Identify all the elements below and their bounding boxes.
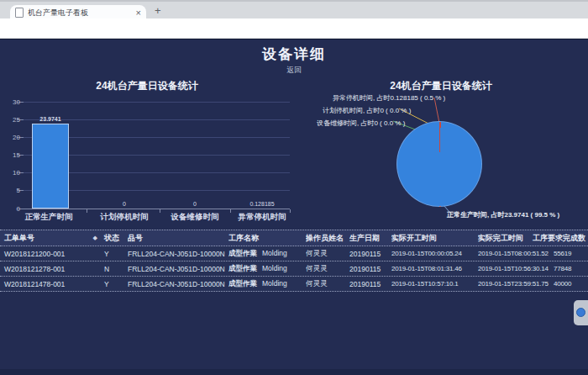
y-tick-label: 5 — [2, 187, 20, 194]
pie-label-planned-downtime: 计划停机时间, 占时0 ( 0.0 % ) — [323, 106, 411, 115]
widget-icon — [576, 308, 585, 317]
cell-process: 成型作業Molding — [228, 249, 306, 259]
header-order-no: 工单单号 ◆ — [0, 233, 101, 244]
cell-status: N — [101, 265, 128, 273]
cell-end-time: 2019-01-15T23:59:51.75 — [478, 280, 554, 288]
browser-toolbar: ← → ⟳ ⓘ 不安全 192.168.111.104 :8070/Cabine… — [0, 18, 588, 39]
cell-required-qty: 55619 — [554, 250, 588, 257]
table-row[interactable]: W2018121278-001 N FRLL204-CAN-J051D-1000… — [0, 261, 588, 277]
header-start-time: 实际开工时间 — [391, 233, 478, 244]
cell-order-no: W2018121200-001 — [0, 250, 101, 258]
cell-start-time: 2019-01-15T08:01:31.46 — [391, 265, 478, 272]
header-prod-date: 生产日期 — [349, 233, 391, 244]
bar-chart-title: 24机台产量日设备统计 — [0, 79, 294, 93]
back-link[interactable]: 返回 — [0, 65, 588, 76]
cell-process: 成型作業Molding — [228, 279, 306, 289]
tab-close-icon[interactable]: × — [136, 8, 141, 18]
x-axis — [24, 209, 290, 209]
header-operator: 操作员姓名 — [306, 233, 349, 244]
new-tab-button[interactable]: + — [155, 4, 161, 17]
cell-part-no: FRLL204-CAN-J051D-10000N — [128, 265, 228, 273]
cell-order-no: W2018121478-001 — [0, 280, 101, 288]
bar-value-label: 0.128185 — [228, 201, 296, 207]
favicon-icon — [15, 8, 24, 18]
y-tick-label: 30 — [2, 98, 20, 106]
dashboard-page: 设备详细 返回 24机台产量日设备统计 30 25 20 15 10 5 0 2… — [0, 39, 588, 375]
cell-prod-date: 20190115 — [349, 250, 391, 258]
table-header-row: 工单单号 ◆ 状态 品号 工序名称 操作员姓名 生产日期 实际开工时间 实际完工… — [0, 230, 588, 246]
bottom-strip — [0, 369, 588, 375]
cell-status: Y — [101, 280, 128, 288]
x-category-label: 设备维修时间 — [157, 212, 233, 223]
header-status: 状态 — [101, 233, 128, 244]
cell-prod-date: 20190115 — [349, 265, 391, 273]
y-tick-label: 15 — [2, 151, 20, 159]
cell-operator: 何灵灵 — [306, 279, 349, 289]
cell-part-no: FRLL204-CAN-J051D-10000N — [128, 280, 228, 288]
table-row[interactable]: W2018121200-001 Y FRLL204-CAN-J051D-1000… — [0, 246, 588, 261]
pinned-widget-badge[interactable] — [574, 300, 588, 325]
bar-value-label: 0 — [161, 201, 228, 207]
pie-chart[interactable] — [396, 121, 482, 207]
cell-start-time: 2019-01-15T00:00:05.24 — [391, 250, 478, 257]
x-category-label: 计划停机时间 — [87, 212, 162, 223]
cell-start-time: 2019-01-15T10:57:10.1 — [391, 280, 478, 288]
page-title: 设备详细 — [0, 45, 588, 64]
cell-end-time: 2019-01-15T10:56:30.14 — [478, 265, 554, 272]
x-category-label: 异常停机时间 — [224, 212, 300, 223]
pie-label-abnormal-downtime: 异常停机时间, 占时0.128185 ( 0.5 % ) — [333, 93, 445, 103]
pie-label-normal-production: 正常生产时间, 占时23.9741 ( 99.5 % ) — [447, 210, 559, 219]
header-part-no: 品号 — [128, 233, 228, 244]
sort-icon[interactable]: ◆ — [93, 235, 97, 241]
cell-required-qty: 77848 — [554, 265, 588, 272]
bar-value-label: 0 — [91, 201, 158, 207]
table-row[interactable]: W2018121478-001 Y FRLL204-CAN-J051D-1000… — [0, 277, 588, 292]
x-category-label: 正常生产时间 — [11, 212, 87, 223]
cell-order-no: W2018121278-001 — [0, 265, 101, 273]
cell-required-qty: 40000 — [554, 280, 588, 288]
header-required-qty: 工序要求完成数 — [554, 233, 588, 244]
gridline — [24, 102, 290, 103]
cell-operator: 何灵灵 — [306, 264, 349, 274]
cell-prod-date: 20190115 — [349, 280, 391, 288]
cell-end-time: 2019-01-15T08:00:51.52 — [478, 250, 554, 257]
cell-part-no: FRLL204-CAN-J051D-10000N — [128, 250, 228, 258]
pie-label-maintenance: 设备维修时间, 占时0 ( 0.0 % ) — [317, 119, 405, 128]
work-order-table: 工单单号 ◆ 状态 品号 工序名称 操作员姓名 生产日期 实际开工时间 实际完工… — [0, 230, 588, 292]
y-tick-label: 20 — [2, 134, 20, 141]
browser-tab-bar: 机台产量电子看板 × + — [0, 0, 588, 20]
bar-normal-production[interactable] — [32, 124, 69, 209]
cell-operator: 何灵灵 — [306, 249, 349, 259]
tab-title: 机台产量电子看板 — [28, 8, 133, 18]
header-process: 工序名称 — [228, 233, 306, 244]
y-tick-label: 10 — [2, 169, 20, 177]
cell-status: Y — [101, 250, 128, 258]
bar-value-label: 23.9741 — [17, 116, 84, 122]
cell-process: 成型作業Molding — [228, 264, 306, 274]
